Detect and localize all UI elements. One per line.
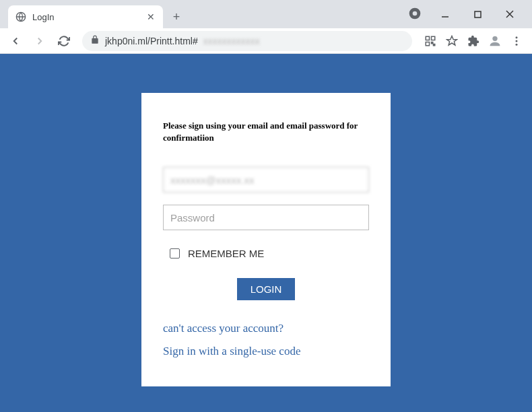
profile-icon[interactable]	[485, 31, 505, 51]
close-icon[interactable]: ✕	[145, 11, 156, 22]
bookmark-icon[interactable]	[442, 31, 462, 51]
new-tab-button[interactable]: +	[167, 7, 186, 26]
browser-toolbar: jkhp0ni.ml/Printt.html# xxxxxxxxxxxx	[0, 28, 532, 54]
svg-point-13	[516, 36, 518, 38]
forgot-link[interactable]: can't access your account?	[163, 322, 369, 335]
login-card: Please sign using your email and email p…	[141, 93, 391, 386]
browser-tab[interactable]: LogIn ✕	[8, 5, 163, 28]
close-window-button[interactable]	[500, 7, 520, 22]
svg-rect-8	[432, 36, 435, 40]
svg-rect-11	[434, 44, 435, 45]
globe-icon	[15, 11, 27, 23]
extensions-icon[interactable]	[463, 31, 484, 51]
reload-button[interactable]	[54, 31, 74, 51]
minimize-button[interactable]	[435, 7, 455, 22]
single-use-link[interactable]: Sign in with a single-use code	[163, 345, 369, 358]
url-text: jkhp0ni.ml/Printt.html#	[105, 36, 198, 46]
svg-rect-10	[432, 42, 433, 43]
email-input[interactable]	[163, 167, 369, 193]
tab-title: LogIn	[32, 12, 140, 22]
svg-point-12	[492, 36, 497, 40]
svg-rect-7	[426, 36, 429, 40]
login-button[interactable]: LOGIN	[237, 278, 296, 300]
svg-rect-4	[475, 11, 481, 18]
browser-titlebar: LogIn ✕ +	[0, 0, 532, 28]
menu-icon[interactable]	[506, 31, 527, 51]
svg-point-15	[516, 43, 518, 45]
profile-badge-icon[interactable]	[408, 7, 422, 28]
password-input[interactable]	[163, 205, 369, 230]
forward-button[interactable]	[30, 31, 50, 51]
window-controls	[435, 7, 527, 28]
svg-rect-9	[426, 42, 429, 45]
maximize-button[interactable]	[467, 7, 488, 22]
back-button[interactable]	[5, 31, 26, 51]
tab-row: LogIn ✕ +	[5, 5, 186, 28]
remember-row: REMEMBER ME	[170, 248, 369, 259]
qr-icon[interactable]	[420, 31, 440, 51]
login-heading: Please sign using your email and email p…	[163, 120, 369, 144]
svg-point-14	[516, 40, 518, 42]
lock-icon	[90, 35, 100, 47]
url-redacted: xxxxxxxxxxxx	[203, 36, 260, 46]
svg-point-2	[413, 11, 418, 16]
address-bar[interactable]: jkhp0ni.ml/Printt.html# xxxxxxxxxxxx	[82, 31, 412, 51]
remember-label: REMEMBER ME	[188, 248, 264, 259]
remember-checkbox[interactable]	[170, 248, 180, 259]
page-viewport[interactable]: Please sign using your email and email p…	[0, 54, 532, 412]
toolbar-right	[420, 31, 527, 51]
